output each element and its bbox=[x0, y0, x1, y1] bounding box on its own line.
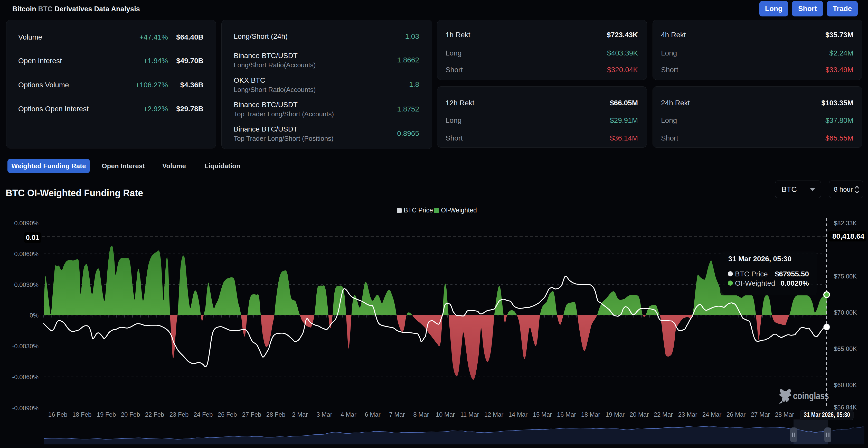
svg-text:OI-Weighted: OI-Weighted bbox=[441, 207, 477, 214]
svg-text:$67955.50: $67955.50 bbox=[775, 270, 809, 278]
svg-text:-0.0090%: -0.0090% bbox=[12, 405, 38, 412]
svg-text:-0.0030%: -0.0030% bbox=[12, 343, 38, 350]
svg-text:20 Feb: 20 Feb bbox=[121, 411, 140, 418]
svg-text:2 Mar: 2 Mar bbox=[292, 411, 308, 418]
svg-text:26 Feb: 26 Feb bbox=[218, 411, 237, 418]
svg-text:22 Feb: 22 Feb bbox=[145, 411, 164, 418]
svg-text:$65.00K: $65.00K bbox=[834, 345, 857, 352]
svg-text:$60.00K: $60.00K bbox=[834, 382, 857, 388]
svg-text:11 Mar: 11 Mar bbox=[460, 411, 479, 418]
svg-text:coinglass: coinglass bbox=[793, 390, 829, 401]
svg-text:0%: 0% bbox=[30, 312, 38, 319]
svg-text:19 Feb: 19 Feb bbox=[97, 411, 116, 418]
svg-text:27 Feb: 27 Feb bbox=[242, 411, 261, 418]
svg-text:80,418.64: 80,418.64 bbox=[832, 232, 864, 240]
svg-text:31 Mar 2026, 05:30: 31 Mar 2026, 05:30 bbox=[804, 411, 850, 418]
svg-text:-0.0060%: -0.0060% bbox=[12, 374, 38, 381]
svg-text:0.01: 0.01 bbox=[26, 234, 39, 241]
svg-text:22 Mar: 22 Mar bbox=[654, 411, 673, 418]
svg-text:10 Mar: 10 Mar bbox=[436, 411, 455, 418]
svg-text:0.0060%: 0.0060% bbox=[14, 250, 38, 258]
svg-text:OI-Weighted: OI-Weighted bbox=[735, 279, 775, 287]
svg-text:3 Mar: 3 Mar bbox=[316, 411, 332, 418]
svg-text:$70.00K: $70.00K bbox=[834, 309, 857, 316]
svg-text:16 Mar: 16 Mar bbox=[557, 411, 576, 418]
svg-text:$56.84K: $56.84K bbox=[834, 404, 857, 411]
svg-text:0.0020%: 0.0020% bbox=[780, 279, 809, 287]
svg-text:15 Mar: 15 Mar bbox=[533, 411, 552, 418]
svg-text:16 Feb: 16 Feb bbox=[48, 411, 67, 418]
svg-text:26 Mar: 26 Mar bbox=[726, 411, 746, 418]
svg-text:23 Feb: 23 Feb bbox=[169, 411, 189, 418]
svg-text:0.0030%: 0.0030% bbox=[14, 281, 38, 288]
svg-text:27 Mar: 27 Mar bbox=[751, 411, 770, 418]
svg-text:$75.00K: $75.00K bbox=[834, 273, 857, 280]
svg-text:14 Mar: 14 Mar bbox=[508, 411, 528, 418]
svg-text:$82.33K: $82.33K bbox=[834, 220, 857, 227]
svg-text:20 Mar: 20 Mar bbox=[630, 411, 649, 418]
svg-text:4 Mar: 4 Mar bbox=[341, 411, 356, 418]
svg-text:18 Feb: 18 Feb bbox=[72, 411, 92, 418]
svg-text:6 Mar: 6 Mar bbox=[365, 411, 380, 418]
svg-text:BTC Price: BTC Price bbox=[735, 270, 768, 278]
svg-text:18 Mar: 18 Mar bbox=[581, 411, 600, 418]
svg-text:31 Mar 2026, 05:30: 31 Mar 2026, 05:30 bbox=[728, 255, 792, 263]
svg-text:23 Mar: 23 Mar bbox=[678, 411, 698, 418]
svg-text:BTC Price: BTC Price bbox=[404, 207, 433, 214]
svg-text:8 Mar: 8 Mar bbox=[413, 411, 429, 418]
svg-text:24 Feb: 24 Feb bbox=[194, 411, 213, 418]
svg-text:12 Mar: 12 Mar bbox=[484, 411, 504, 418]
svg-text:0.0090%: 0.0090% bbox=[14, 220, 38, 227]
svg-text:24 Mar: 24 Mar bbox=[702, 411, 722, 418]
svg-text:28 Feb: 28 Feb bbox=[266, 411, 285, 418]
svg-text:7 Mar: 7 Mar bbox=[389, 411, 405, 418]
svg-text:19 Mar: 19 Mar bbox=[606, 411, 625, 418]
svg-text:28 Mar: 28 Mar bbox=[775, 411, 794, 418]
